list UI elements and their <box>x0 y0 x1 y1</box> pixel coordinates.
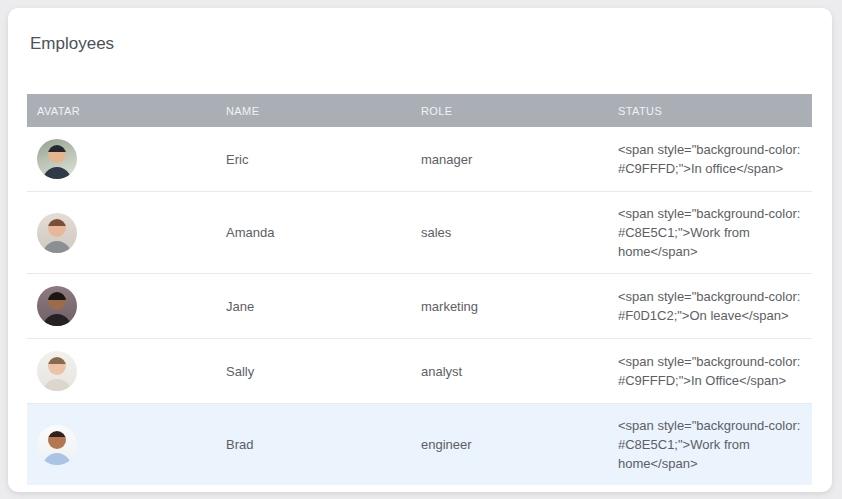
employees-card: Employees AVATAR NAME ROLE STATUS Eric m… <box>8 8 832 492</box>
avatar-photo <box>37 286 77 326</box>
table-row[interactable]: Eric manager <span style="background-col… <box>27 127 812 192</box>
table-row[interactable]: Amanda sales <span style="background-col… <box>27 192 812 274</box>
header-row: AVATAR NAME ROLE STATUS <box>27 94 812 127</box>
avatar-photo <box>37 213 77 253</box>
status-cell: <span style="background-color: #C9FFFD;"… <box>608 127 812 192</box>
avatar-cell <box>27 127 216 192</box>
role-cell: analyst <box>411 339 608 404</box>
page-title: Employees <box>30 34 832 54</box>
table-row[interactable]: Jane marketing <span style="background-c… <box>27 274 812 339</box>
name-cell: Eric <box>216 127 411 192</box>
column-header-status: STATUS <box>608 94 812 127</box>
role-cell: sales <box>411 192 608 274</box>
name-cell: Amanda <box>216 192 411 274</box>
avatar-photo <box>37 139 77 179</box>
table-row[interactable]: Sally analyst <span style="background-co… <box>27 339 812 404</box>
column-header-name: NAME <box>216 94 411 127</box>
avatar-cell <box>27 274 216 339</box>
status-cell: <span style="background-color: #C9FFFD;"… <box>608 339 812 404</box>
status-cell: <span style="background-color: #C8E5C1;"… <box>608 404 812 486</box>
status-cell: <span style="background-color: #F0D1C2;"… <box>608 274 812 339</box>
name-cell: Brad <box>216 404 411 486</box>
name-cell: Jane <box>216 274 411 339</box>
column-header-role: ROLE <box>411 94 608 127</box>
status-cell: <span style="background-color: #C8E5C1;"… <box>608 192 812 274</box>
role-cell: manager <box>411 127 608 192</box>
table-header: AVATAR NAME ROLE STATUS <box>27 94 812 127</box>
table-row-highlighted[interactable]: Brad engineer <span style="background-co… <box>27 404 812 486</box>
avatar-photo <box>37 425 77 465</box>
role-cell: engineer <box>411 404 608 486</box>
column-header-avatar: AVATAR <box>27 94 216 127</box>
avatar-cell <box>27 192 216 274</box>
role-cell: marketing <box>411 274 608 339</box>
name-cell: Sally <box>216 339 411 404</box>
avatar-photo <box>37 351 77 391</box>
employees-table: AVATAR NAME ROLE STATUS Eric manager <sp… <box>27 94 812 485</box>
avatar-cell <box>27 339 216 404</box>
avatar-cell <box>27 404 216 486</box>
